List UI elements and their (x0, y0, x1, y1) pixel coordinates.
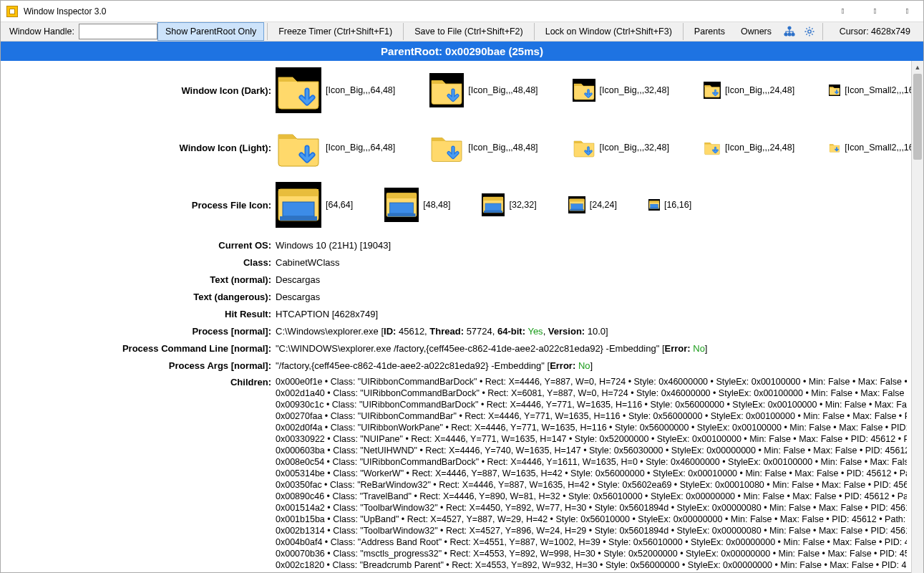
cursor-position: Cursor: 4628x749 (831, 27, 919, 37)
folder-download-icon (573, 136, 595, 159)
owners-button[interactable]: Owners (733, 22, 779, 41)
label-text-dangerous: Text (dangerous): (5, 292, 276, 302)
parents-button[interactable]: Parents (686, 22, 733, 41)
scroll-up-icon[interactable]: ▲ (912, 61, 923, 73)
value-class: CabinetWClass (276, 257, 340, 268)
svg-rect-14 (388, 213, 416, 217)
folder-download-icon (429, 130, 464, 165)
window-icon-light-set: [Icon_Big,,,64,48] [Icon_Big,,,48,48] [I… (276, 125, 911, 170)
svg-rect-29 (649, 208, 658, 209)
icon-caption: [Icon_Small2,,,16,24] (845, 143, 911, 153)
icon-caption: [64,64] (326, 200, 353, 210)
value-process-args: "/factory,{ceff45ee-c862-41de-aee2-a022c… (276, 360, 593, 371)
svg-point-4 (808, 30, 811, 33)
folder-download-icon (276, 67, 321, 113)
settings-icon[interactable] (799, 22, 820, 41)
folder-download-icon (429, 73, 464, 107)
svg-rect-24 (570, 209, 584, 211)
folder-download-icon (829, 142, 840, 153)
icon-caption: [Icon_Big,,,48,48] (468, 85, 538, 95)
svg-point-1 (784, 33, 787, 36)
svg-rect-16 (483, 197, 503, 201)
value-children: 0x000e0f1e • Class: "UIRibbonCommandBarD… (276, 376, 907, 573)
save-to-file-button[interactable]: Save to File (Ctrl+Shift+F2) (407, 22, 530, 41)
label-class: Class: (5, 257, 276, 268)
label-process-file-icon: Process File Icon: (5, 200, 276, 211)
vertical-scrollbar[interactable]: ▲ ▼ (911, 61, 923, 573)
folder-download-icon (573, 79, 595, 102)
icon-caption: [Icon_Big,,,32,48] (600, 85, 669, 95)
value-process-cmdline: "C:\WINDOWS\explorer.exe /factory,{ceff4… (276, 343, 707, 354)
show-parentroot-button[interactable]: Show ParentRoot Only (157, 22, 264, 41)
window-handle-input[interactable] (79, 24, 157, 39)
icon-caption: [Icon_Small2,,,16,24] (845, 85, 911, 95)
toolbar: Window Handle: Show ParentRoot Only Free… (1, 22, 923, 42)
label-window-icon-light: Window Icon (Light): (5, 143, 276, 153)
icon-caption: [32,32] (509, 200, 536, 210)
value-hit-result: HTCAPTION [4628x749] (276, 309, 378, 319)
explorer-icon (384, 188, 419, 222)
value-text-dangerous: Descargas (276, 292, 320, 302)
lock-on-window-button[interactable]: Lock on Window (Ctrl+Shift+F3) (538, 22, 680, 41)
label-children: Children: (5, 376, 276, 387)
svg-rect-21 (569, 199, 584, 202)
parentroot-banner: ParentRoot: 0x00290bae (25ms) (1, 42, 923, 61)
label-hit-result: Hit Result: (5, 309, 276, 319)
value-text-normal: Descargas (276, 274, 320, 285)
details-pane[interactable]: Window Icon (Dark): [Icon_Big,,,64,48] [… (1, 61, 911, 573)
icon-caption: [Icon_Big,,,24,48] (725, 143, 794, 153)
explorer-icon (276, 182, 321, 228)
folder-download-icon (704, 82, 721, 99)
svg-rect-17 (485, 203, 501, 211)
folder-download-icon (704, 139, 721, 156)
icon-caption: [Icon_Big,,,24,48] (725, 85, 794, 95)
maximize-button[interactable]:  (859, 1, 891, 22)
icon-caption: [Icon_Big,,,64,48] (326, 85, 395, 95)
svg-rect-12 (390, 203, 414, 213)
explorer-icon (482, 193, 505, 216)
window-handle-label: Window Handle: (5, 27, 79, 37)
svg-rect-9 (280, 216, 317, 221)
svg-rect-19 (484, 211, 502, 213)
explorer-icon (648, 199, 660, 211)
scrollbar-thumb[interactable] (913, 74, 922, 160)
titlebar: Window Inspector 3.0    (1, 1, 923, 22)
icon-caption: [48,48] (423, 200, 450, 210)
svg-rect-27 (650, 204, 658, 208)
svg-rect-11 (386, 193, 417, 199)
window-title: Window Inspector 3.0 (24, 6, 827, 16)
label-current-os: Current OS: (5, 240, 276, 251)
icon-caption: [Icon_Big,,,64,48] (326, 143, 395, 153)
label-process-cmdline: Process Command Line [normal]: (5, 343, 276, 354)
window-icon-dark-set: [Icon_Big,,,64,48] [Icon_Big,,,48,48] [I… (276, 67, 911, 113)
svg-rect-22 (570, 204, 583, 210)
value-current-os: Windows 10 (21H1) [19043] (276, 240, 391, 251)
svg-point-2 (788, 33, 791, 36)
process-file-icon-set: [64,64] [48,48] [32,32] [24,24] [16,16] (276, 182, 691, 228)
label-window-icon-dark: Window Icon (Dark): (5, 85, 276, 96)
svg-point-3 (792, 33, 794, 36)
label-text-normal: Text (normal): (5, 274, 276, 285)
tree-icon[interactable] (779, 22, 799, 41)
minimize-button[interactable]:  (827, 1, 859, 22)
svg-rect-7 (283, 202, 314, 216)
icon-caption: [16,16] (664, 200, 691, 210)
explorer-icon (568, 196, 585, 213)
label-process-normal: Process [normal]: (5, 326, 276, 337)
icon-caption: [24,24] (590, 200, 617, 210)
icon-caption: [Icon_Big,,,32,48] (600, 143, 669, 153)
close-button[interactable]:  (891, 1, 923, 22)
svg-point-0 (788, 27, 791, 29)
svg-rect-6 (278, 189, 318, 196)
value-process-normal: C:\Windows\explorer.exe [ID: 45612, Thre… (276, 326, 608, 337)
svg-rect-26 (649, 201, 659, 203)
freeze-timer-button[interactable]: Freeze Timer (Ctrl+Shift+F1) (271, 22, 400, 41)
folder-download-icon (829, 85, 840, 96)
icon-caption: [Icon_Big,,,48,48] (468, 143, 538, 153)
folder-download-icon (276, 125, 321, 170)
label-process-args: Process Args [normal]: (5, 360, 276, 371)
app-icon (6, 6, 18, 17)
